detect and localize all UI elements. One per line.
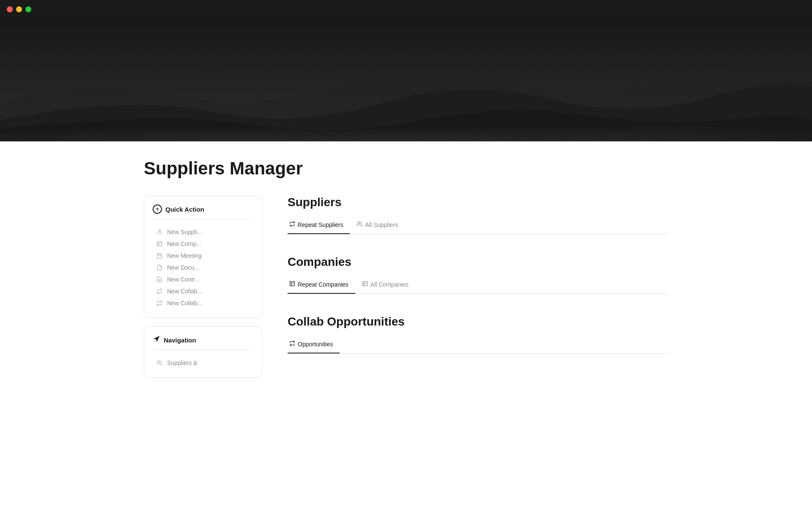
navigation-icon <box>153 335 160 345</box>
opportunities-tab[interactable]: Opportunities <box>288 337 340 353</box>
main-layout: + Quick Action New Suppli... <box>144 196 668 378</box>
share-icon-2 <box>156 300 163 306</box>
suppliers-tabs: Repeat Suppliers All Suppliers <box>288 218 668 234</box>
opportunities-label: Opportunities <box>298 341 333 348</box>
collab-section: Collab Opportunities Opportunities <box>288 315 668 353</box>
all-companies-tab[interactable]: All Companies <box>360 277 415 294</box>
close-button[interactable] <box>7 6 13 12</box>
new-collab-label-2: New Collab... <box>167 300 202 306</box>
svg-rect-3 <box>157 254 162 258</box>
all-companies-label: All Companies <box>370 281 409 288</box>
title-bar <box>0 0 812 19</box>
svg-rect-12 <box>290 282 295 286</box>
repeat-suppliers-tab[interactable]: Repeat Suppliers <box>288 218 350 234</box>
svg-marker-9 <box>154 336 159 342</box>
maximize-button[interactable] <box>25 6 31 12</box>
new-collab-item-2[interactable]: New Collab... <box>153 297 253 309</box>
suppliers-nav-item[interactable]: Suppliers & <box>153 357 253 369</box>
new-company-label: New Comp... <box>167 240 201 247</box>
new-collab-item-1[interactable]: New Collab... <box>153 285 253 297</box>
navigation-header: Navigation <box>153 335 253 350</box>
new-collab-label-1: New Collab... <box>167 288 202 295</box>
svg-point-10 <box>158 361 160 363</box>
people-icon <box>156 359 163 366</box>
document-icon <box>156 264 163 271</box>
all-suppliers-label: All Suppliers <box>365 221 398 228</box>
svg-point-11 <box>358 222 360 224</box>
new-company-item[interactable]: New Comp... <box>153 238 253 250</box>
sidebar: + Quick Action New Suppli... <box>144 196 262 378</box>
minimize-button[interactable] <box>16 6 22 12</box>
new-document-label: New Docu... <box>167 264 199 271</box>
all-suppliers-tab[interactable]: All Suppliers <box>355 218 405 234</box>
companies-section: Companies Repeat Companies <box>288 255 668 294</box>
new-supplier-label: New Suppli... <box>167 229 202 235</box>
companies-title: Companies <box>288 255 668 269</box>
quick-action-card: + Quick Action New Suppli... <box>144 196 262 318</box>
svg-rect-13 <box>363 282 368 286</box>
svg-rect-2 <box>157 242 162 246</box>
page-content: Suppliers Manager + Quick Action <box>110 141 702 411</box>
suppliers-title: Suppliers <box>288 196 668 209</box>
svg-rect-0 <box>0 19 812 141</box>
all-companies-icon <box>362 281 368 288</box>
collab-title: Collab Opportunities <box>288 315 668 329</box>
navigation-title: Navigation <box>164 337 196 344</box>
all-suppliers-icon <box>357 221 362 228</box>
new-supplier-item[interactable]: New Suppli... <box>153 226 253 238</box>
new-document-item[interactable]: New Docu... <box>153 262 253 273</box>
navigation-card: Navigation Suppliers & <box>144 326 262 378</box>
repeat-suppliers-icon <box>289 221 295 228</box>
document-list-icon <box>156 276 163 283</box>
calendar-icon <box>156 252 163 259</box>
opportunities-icon <box>289 340 295 348</box>
plus-icon[interactable]: + <box>153 204 162 214</box>
new-contract-label: New Contr... <box>167 276 200 283</box>
repeat-companies-tab[interactable]: Repeat Companies <box>288 277 355 294</box>
new-meeting-label: New Meeting <box>167 252 202 259</box>
collab-tabs: Opportunities <box>288 337 668 353</box>
repeat-suppliers-label: Repeat Suppliers <box>298 221 343 228</box>
quick-action-header: + Quick Action <box>153 204 253 219</box>
share-icon-1 <box>156 288 163 295</box>
repeat-companies-icon <box>289 281 295 288</box>
new-meeting-item[interactable]: New Meeting <box>153 250 253 262</box>
building-icon <box>156 240 163 247</box>
svg-point-1 <box>159 230 161 232</box>
repeat-companies-label: Repeat Companies <box>298 281 348 288</box>
quick-action-title: Quick Action <box>165 206 204 213</box>
person-icon <box>156 229 163 235</box>
suppliers-section: Suppliers Repeat Suppliers <box>288 196 668 234</box>
hero-banner <box>0 19 812 141</box>
main-content: Suppliers Repeat Suppliers <box>288 196 668 375</box>
page-title: Suppliers Manager <box>144 158 668 179</box>
new-contract-item[interactable]: New Contr... <box>153 273 253 285</box>
suppliers-nav-label: Suppliers & <box>167 359 198 366</box>
companies-tabs: Repeat Companies All Companies <box>288 277 668 294</box>
